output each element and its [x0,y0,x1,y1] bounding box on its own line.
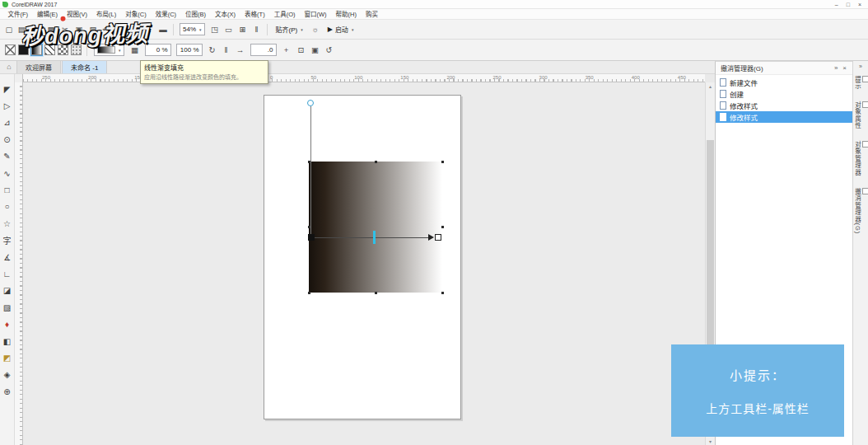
menu-item[interactable]: 窗口(W) [300,9,331,20]
toolbar-button-icon: ‖ [255,25,259,34]
rectangle-tool[interactable]: □ [0,181,15,198]
new-document-button[interactable]: ▢ [2,22,16,36]
show-grid-button[interactable]: ⊞ [236,22,250,36]
transparency-tool[interactable]: ▨ [0,299,15,316]
selection-handle[interactable] [308,292,310,294]
gradient-start-node[interactable] [308,234,315,241]
selection-handle[interactable] [441,226,444,228]
rotate-fill-button[interactable]: ↻ [206,43,219,57]
ellipse-tool[interactable]: ○ [0,199,15,215]
undo-history-item[interactable]: 创建 [716,88,852,100]
scrollbar-thumb[interactable] [707,140,714,346]
menu-item[interactable]: 效果(C) [151,9,180,20]
no-fill-button[interactable] [5,44,16,55]
menu-item[interactable]: 购买 [362,9,383,20]
snap-dropdown[interactable]: 贴齐(P) ▾ [273,23,306,35]
home-tab-icon[interactable]: ⌂ [2,60,16,73]
tip-text: 上方工具栏-属性栏 [706,400,810,416]
transparency-field[interactable]: 100 % [176,44,203,56]
options-button[interactable]: ☼ [309,22,322,36]
selection-handle[interactable] [375,292,377,294]
selection-handle[interactable] [441,292,444,294]
menu-item[interactable]: 帮助(H) [331,9,361,20]
freeze-fill-button[interactable]: ‖ [220,43,233,57]
show-guidelines-button[interactable]: ‖ [250,22,264,36]
scroll-down-icon[interactable]: ▾ [706,438,715,444]
toolbar-separator [267,24,268,35]
maximize-button[interactable]: □ [842,2,854,7]
fill-option-icons: ↻ ‖ → [206,43,247,57]
menu-item[interactable]: 文件(F) [3,9,33,20]
parallel-dimension-tool[interactable]: ∡ [0,249,15,265]
menu-item[interactable]: 文本(X) [211,9,240,20]
smooth-fill-button[interactable]: ⊡ [295,43,308,57]
dropdown-caret-icon: ▾ [301,27,303,32]
interactive-fill-tool[interactable]: ◧ [0,333,15,349]
docker-tab[interactable]: 对象管理器 [853,141,868,176]
fullscreen-preview-button[interactable]: ◳ [208,22,222,36]
plus-icon: + [284,45,289,54]
docker-header-icons: »× [832,64,849,72]
ruler-origin-icon[interactable] [15,74,23,82]
dropdown-caret-icon: ▾ [199,27,202,32]
document-tab[interactable]: 欢迎屏幕 [16,60,61,73]
document-tab[interactable]: 未命名 -1 [62,60,107,73]
smart-fill-tool[interactable]: ◩ [0,349,15,366]
angle-field[interactable]: .0 [250,44,277,56]
zoom-tool[interactable]: ⊙ [0,131,15,148]
horizontal-ruler[interactable]: 2502001501005005010015020025030035040045… [15,74,705,82]
crop-tool[interactable]: ⊿ [0,115,15,131]
increase-button[interactable]: + [280,43,293,57]
drop-shadow-tool[interactable]: ◪ [0,283,15,299]
launch-dropdown[interactable]: ▶ 启动 ▾ [325,23,357,35]
gradient-midpoint-slider[interactable] [373,231,376,244]
docker-tab[interactable]: 对象属性 [853,101,868,129]
docker-tab[interactable]: 撤消管理器(G) [853,188,868,234]
reset-fill-button[interactable]: ↺ [323,43,336,57]
zoom-level-combo[interactable]: 54% ▾ [180,23,205,35]
minimize-button[interactable]: – [831,2,842,7]
vertical-ruler[interactable] [15,82,23,445]
docker-tab[interactable]: 提示 [853,76,868,90]
shape-tool[interactable]: ▷ [0,97,15,114]
gradient-rectangle[interactable] [309,162,442,293]
fill-end-icons: ⊡ ▣ ↺ [295,43,336,57]
close-button[interactable]: × [854,2,866,7]
copy-fill-button[interactable]: ▣ [309,43,322,57]
watermark-text: 秒dong视频 [21,21,149,49]
selection-handle[interactable] [375,161,377,163]
menu-item[interactable]: 工具(O) [269,9,300,20]
pick-tool[interactable]: ◤ [0,81,15,97]
docker-collapse-icon[interactable]: » [859,63,862,69]
gradient-end-node[interactable] [435,234,441,241]
document-tabs: 欢迎屏幕未命名 -1 [16,60,108,73]
toolbar-separator [173,24,174,35]
selection-handle[interactable] [441,161,444,163]
publish-pdf-button[interactable]: ▬ [156,22,170,36]
watermark: 秒dong视频 [21,16,149,51]
undo-history-item[interactable]: 修改样式 [716,100,852,111]
fill-direction-button[interactable]: → [234,43,247,57]
docker-title: 撤消管理器(G) [721,63,832,73]
undo-history-item[interactable]: 新建文件 [716,77,852,88]
color-eyedropper-tool[interactable]: ♦ [0,316,15,332]
connector-tool[interactable]: ∟ [0,265,15,282]
docker-menu-icon[interactable]: » [832,64,840,72]
gradient-rotation-handle[interactable] [307,100,314,106]
undo-history-item[interactable]: 修改样式 [716,111,852,123]
freehand-tool[interactable]: ✎ [0,148,15,165]
document-tab-bar: ⌂ 欢迎屏幕未命名 -1 [0,61,715,74]
menu-item[interactable]: 位图(B) [181,9,211,20]
show-rulers-button[interactable]: ▭ [222,22,236,36]
docker-close-icon[interactable]: × [840,64,849,72]
polygon-tool[interactable]: ☆ [0,215,15,232]
scroll-up-icon[interactable]: ▴ [706,83,715,89]
drawing-canvas[interactable] [23,82,705,445]
outline-pen-tool[interactable]: ◈ [0,367,15,383]
document-icon [720,113,726,121]
artistic-media-tool[interactable]: ∿ [0,165,15,181]
text-tool[interactable]: 字 [0,232,15,249]
launch-icon: ▶ [328,26,333,33]
more-tools-button[interactable]: ⊕ [0,383,15,400]
menu-item[interactable]: 表格(T) [240,9,270,20]
